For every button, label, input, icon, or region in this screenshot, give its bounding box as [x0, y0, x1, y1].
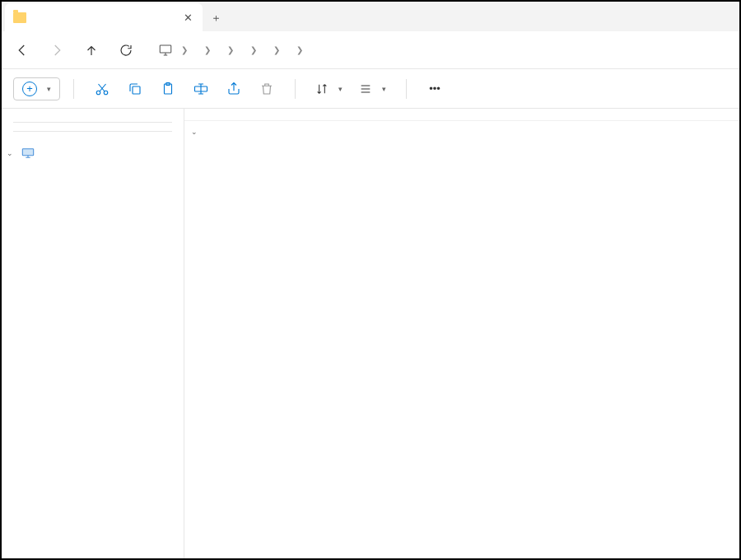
chevron-right-icon: ❯ — [250, 45, 257, 54]
sidebar-this-pc[interactable]: ⌄ — [2, 140, 184, 166]
new-button[interactable]: + ▾ — [13, 77, 60, 100]
more-icon[interactable]: ••• — [420, 74, 450, 104]
separator — [406, 79, 407, 99]
window-tab[interactable]: ✕ — [5, 3, 203, 31]
share-icon[interactable] — [219, 74, 249, 104]
new-tab-button[interactable]: ＋ — [203, 5, 229, 31]
plus-icon: + — [22, 82, 37, 96]
rename-icon[interactable] — [186, 74, 216, 104]
separator — [13, 131, 172, 132]
toolbar: + ▾ ▾ ▾ ••• — [2, 69, 739, 109]
chevron-right-icon: ❯ — [181, 45, 188, 54]
column-headers — [184, 109, 739, 121]
separator — [295, 79, 296, 99]
navbar: ❯ ❯ ❯ ❯ ❯ ❯ — [2, 31, 739, 69]
paste-icon[interactable] — [153, 74, 183, 104]
sidebar: ⌄ — [2, 109, 184, 558]
chevron-down-icon: ⌄ — [191, 128, 198, 136]
up-button[interactable] — [82, 41, 100, 59]
chevron-right-icon: ❯ — [227, 45, 234, 54]
folder-icon — [13, 12, 26, 23]
copy-icon[interactable] — [120, 74, 150, 104]
chevron-right-icon: ❯ — [296, 45, 303, 54]
chevron-down-icon: ▾ — [47, 85, 51, 93]
back-button[interactable] — [13, 41, 31, 59]
chevron-right-icon: ❯ — [273, 45, 280, 54]
forward-button[interactable] — [48, 41, 66, 59]
chevron-down-icon: ⌄ — [7, 149, 13, 157]
monitor-icon[interactable] — [158, 43, 173, 58]
group-header[interactable]: ⌄ — [184, 121, 739, 141]
titlebar: ✕ ＋ — [2, 2, 739, 31]
refresh-button[interactable] — [117, 41, 135, 59]
delete-icon[interactable] — [252, 74, 282, 104]
view-button[interactable]: ▾ — [352, 82, 393, 96]
close-tab-icon[interactable]: ✕ — [181, 11, 194, 24]
separator — [73, 79, 74, 99]
chevron-right-icon: ❯ — [204, 45, 211, 54]
separator — [13, 122, 172, 123]
cut-icon[interactable] — [87, 74, 117, 104]
svg-rect-0 — [160, 45, 171, 53]
svg-rect-7 — [22, 149, 33, 156]
file-list: ⌄ — [184, 109, 739, 558]
sort-button[interactable]: ▾ — [309, 82, 349, 96]
chevron-down-icon: ▾ — [382, 85, 386, 93]
pc-icon — [21, 147, 35, 159]
breadcrumb: ❯ ❯ ❯ ❯ ❯ ❯ — [158, 43, 311, 58]
chevron-down-icon: ▾ — [338, 85, 343, 93]
svg-rect-3 — [133, 86, 140, 94]
